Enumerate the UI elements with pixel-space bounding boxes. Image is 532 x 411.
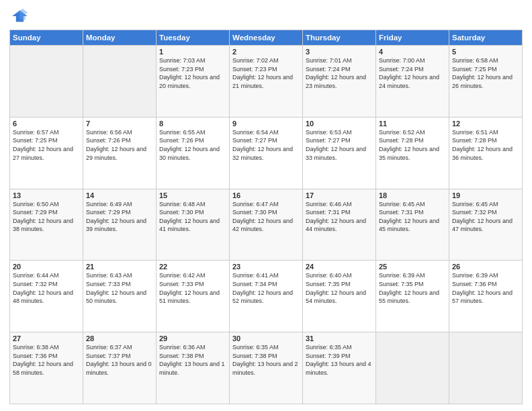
day-number: 5	[452, 48, 519, 56]
day-cell: 3Sunrise: 7:01 AMSunset: 7:24 PMDaylight…	[303, 46, 376, 118]
day-cell: 17Sunrise: 6:46 AMSunset: 7:31 PMDayligh…	[303, 189, 376, 261]
day-info: Sunrise: 6:38 AMSunset: 7:36 PMDaylight:…	[13, 343, 80, 377]
weekday-header-thursday: Thursday	[303, 30, 376, 46]
day-info: Sunrise: 6:47 AMSunset: 7:30 PMDaylight:…	[232, 200, 300, 234]
day-cell: 26Sunrise: 6:39 AMSunset: 7:36 PMDayligh…	[449, 261, 523, 332]
day-number: 30	[232, 334, 300, 342]
weekday-header-monday: Monday	[83, 30, 157, 46]
day-cell: 21Sunrise: 6:43 AMSunset: 7:33 PMDayligh…	[83, 261, 157, 332]
day-cell: 22Sunrise: 6:42 AMSunset: 7:33 PMDayligh…	[157, 261, 230, 332]
day-number: 4	[379, 48, 446, 56]
day-info: Sunrise: 6:44 AMSunset: 7:32 PMDaylight:…	[13, 271, 80, 305]
day-cell: 30Sunrise: 6:35 AMSunset: 7:38 PMDayligh…	[230, 332, 303, 404]
day-cell: 10Sunrise: 6:53 AMSunset: 7:27 PMDayligh…	[303, 117, 376, 189]
day-info: Sunrise: 6:42 AMSunset: 7:33 PMDaylight:…	[159, 271, 226, 305]
day-info: Sunrise: 7:01 AMSunset: 7:24 PMDaylight:…	[306, 56, 373, 90]
day-cell: 5Sunrise: 6:58 AMSunset: 7:25 PMDaylight…	[449, 46, 523, 118]
day-number: 28	[86, 334, 153, 342]
day-cell	[449, 332, 523, 404]
day-cell: 16Sunrise: 6:47 AMSunset: 7:30 PMDayligh…	[230, 189, 303, 261]
day-number: 8	[159, 120, 226, 128]
day-cell: 31Sunrise: 6:35 AMSunset: 7:39 PMDayligh…	[303, 332, 376, 404]
day-number: 19	[452, 191, 519, 199]
weekday-header-saturday: Saturday	[449, 30, 523, 46]
day-cell: 14Sunrise: 6:49 AMSunset: 7:29 PMDayligh…	[83, 189, 157, 261]
day-info: Sunrise: 6:35 AMSunset: 7:39 PMDaylight:…	[306, 343, 373, 377]
day-cell: 19Sunrise: 6:45 AMSunset: 7:32 PMDayligh…	[449, 189, 523, 261]
weekday-header-sunday: Sunday	[10, 30, 83, 46]
day-info: Sunrise: 6:57 AMSunset: 7:25 PMDaylight:…	[13, 128, 80, 162]
day-info: Sunrise: 6:48 AMSunset: 7:30 PMDaylight:…	[159, 200, 226, 234]
day-number: 12	[452, 120, 519, 128]
week-row-5: 27Sunrise: 6:38 AMSunset: 7:36 PMDayligh…	[10, 332, 523, 404]
day-cell: 27Sunrise: 6:38 AMSunset: 7:36 PMDayligh…	[10, 332, 83, 404]
day-cell: 20Sunrise: 6:44 AMSunset: 7:32 PMDayligh…	[10, 261, 83, 332]
day-cell: 4Sunrise: 7:00 AMSunset: 7:24 PMDaylight…	[376, 46, 449, 118]
day-cell: 18Sunrise: 6:45 AMSunset: 7:31 PMDayligh…	[376, 189, 449, 261]
day-number: 7	[86, 120, 153, 128]
day-info: Sunrise: 6:40 AMSunset: 7:35 PMDaylight:…	[306, 271, 373, 305]
day-info: Sunrise: 6:35 AMSunset: 7:38 PMDaylight:…	[232, 343, 300, 377]
day-info: Sunrise: 6:37 AMSunset: 7:37 PMDaylight:…	[86, 343, 153, 377]
day-info: Sunrise: 6:43 AMSunset: 7:33 PMDaylight:…	[86, 271, 153, 305]
day-cell: 29Sunrise: 6:36 AMSunset: 7:38 PMDayligh…	[157, 332, 230, 404]
day-number: 18	[379, 191, 446, 199]
day-cell: 2Sunrise: 7:02 AMSunset: 7:23 PMDaylight…	[230, 46, 303, 118]
day-cell: 6Sunrise: 6:57 AMSunset: 7:25 PMDaylight…	[10, 117, 83, 189]
day-info: Sunrise: 6:45 AMSunset: 7:32 PMDaylight:…	[452, 200, 519, 234]
day-number: 22	[159, 263, 226, 271]
day-cell	[376, 332, 449, 404]
day-number: 20	[13, 263, 80, 271]
day-number: 2	[232, 48, 300, 56]
day-number: 3	[306, 48, 373, 56]
day-info: Sunrise: 7:03 AMSunset: 7:23 PMDaylight:…	[159, 56, 226, 90]
logo	[9, 7, 30, 26]
day-cell: 11Sunrise: 6:52 AMSunset: 7:28 PMDayligh…	[376, 117, 449, 189]
day-number: 26	[452, 263, 519, 271]
day-number: 23	[232, 263, 300, 271]
day-cell: 24Sunrise: 6:40 AMSunset: 7:35 PMDayligh…	[303, 261, 376, 332]
day-info: Sunrise: 6:36 AMSunset: 7:38 PMDaylight:…	[159, 343, 226, 377]
day-cell: 25Sunrise: 6:39 AMSunset: 7:35 PMDayligh…	[376, 261, 449, 332]
day-number: 17	[306, 191, 373, 199]
day-info: Sunrise: 6:49 AMSunset: 7:29 PMDaylight:…	[86, 200, 153, 234]
day-number: 15	[159, 191, 226, 199]
day-number: 29	[159, 334, 226, 342]
day-info: Sunrise: 6:54 AMSunset: 7:27 PMDaylight:…	[232, 128, 300, 162]
day-cell: 13Sunrise: 6:50 AMSunset: 7:29 PMDayligh…	[10, 189, 83, 261]
day-info: Sunrise: 7:02 AMSunset: 7:23 PMDaylight:…	[232, 56, 300, 90]
week-row-2: 6Sunrise: 6:57 AMSunset: 7:25 PMDaylight…	[10, 117, 523, 189]
day-number: 25	[379, 263, 446, 271]
day-info: Sunrise: 6:52 AMSunset: 7:28 PMDaylight:…	[379, 128, 446, 162]
day-info: Sunrise: 6:58 AMSunset: 7:25 PMDaylight:…	[452, 56, 519, 90]
day-number: 10	[306, 120, 373, 128]
day-info: Sunrise: 6:56 AMSunset: 7:26 PMDaylight:…	[86, 128, 153, 162]
weekday-header-wednesday: Wednesday	[230, 30, 303, 46]
day-cell: 23Sunrise: 6:41 AMSunset: 7:34 PMDayligh…	[230, 261, 303, 332]
day-info: Sunrise: 6:46 AMSunset: 7:31 PMDaylight:…	[306, 200, 373, 234]
day-info: Sunrise: 6:39 AMSunset: 7:35 PMDaylight:…	[379, 271, 446, 305]
day-number: 14	[86, 191, 153, 199]
day-number: 9	[232, 120, 300, 128]
day-cell: 28Sunrise: 6:37 AMSunset: 7:37 PMDayligh…	[83, 332, 157, 404]
day-cell	[83, 46, 157, 118]
day-cell: 1Sunrise: 7:03 AMSunset: 7:23 PMDaylight…	[157, 46, 230, 118]
day-info: Sunrise: 6:39 AMSunset: 7:36 PMDaylight:…	[452, 271, 519, 305]
day-number: 11	[379, 120, 446, 128]
day-cell: 7Sunrise: 6:56 AMSunset: 7:26 PMDaylight…	[83, 117, 157, 189]
page: SundayMondayTuesdayWednesdayThursdayFrid…	[0, 0, 532, 411]
day-info: Sunrise: 6:51 AMSunset: 7:28 PMDaylight:…	[452, 128, 519, 162]
header	[9, 7, 523, 26]
day-number: 27	[13, 334, 80, 342]
weekday-header-row: SundayMondayTuesdayWednesdayThursdayFrid…	[10, 30, 523, 46]
day-number: 13	[13, 191, 80, 199]
day-info: Sunrise: 7:00 AMSunset: 7:24 PMDaylight:…	[379, 56, 446, 90]
day-cell: 15Sunrise: 6:48 AMSunset: 7:30 PMDayligh…	[157, 189, 230, 261]
day-number: 31	[306, 334, 373, 342]
logo-icon	[9, 7, 28, 26]
week-row-3: 13Sunrise: 6:50 AMSunset: 7:29 PMDayligh…	[10, 189, 523, 261]
day-cell: 12Sunrise: 6:51 AMSunset: 7:28 PMDayligh…	[449, 117, 523, 189]
day-cell: 8Sunrise: 6:55 AMSunset: 7:26 PMDaylight…	[157, 117, 230, 189]
day-number: 16	[232, 191, 300, 199]
day-info: Sunrise: 6:55 AMSunset: 7:26 PMDaylight:…	[159, 128, 226, 162]
